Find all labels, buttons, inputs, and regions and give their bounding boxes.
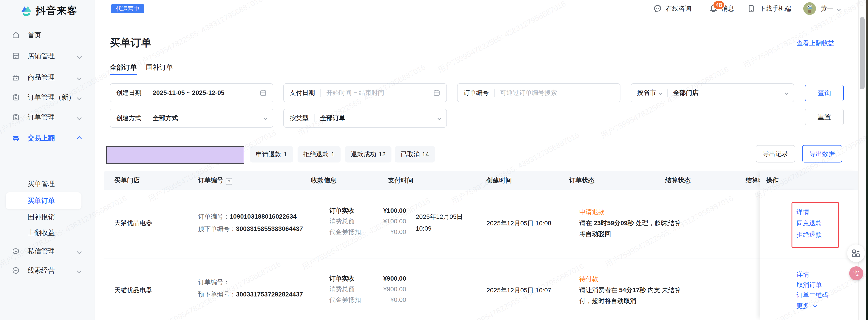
watermark: 用户7599547822565: 4383127956887016: [133, 0, 265, 71]
clipboard-icon: [12, 93, 20, 101]
chevron-down-icon: [78, 114, 81, 121]
col-header-settle-status: 结算状态: [665, 176, 691, 185]
page-title: 买单订单: [110, 36, 151, 50]
settle-time: -: [746, 286, 748, 293]
sidebar-subitem-bill-management[interactable]: 买单管理: [0, 175, 95, 192]
watermark: 用户7599547822565: 4383127956887016: [450, 130, 581, 206]
sidebar-item-lead-operation[interactable]: 线索经营: [0, 262, 95, 279]
filter-label: 支付日期: [290, 89, 315, 97]
watermark: 用户7599547822565: 4383127956887016: [599, 64, 731, 141]
widgets-sparkle-icon: [851, 248, 861, 258]
amount-label: 订单实收: [329, 206, 354, 215]
search-button[interactable]: 查询: [805, 85, 844, 101]
col-header-payment-info: 收款信息: [311, 176, 337, 185]
status-tab-refund-rejected[interactable]: 拒绝退款 1: [298, 146, 341, 162]
home-icon: [12, 31, 20, 39]
tab-all-orders[interactable]: 全部订单: [110, 63, 137, 72]
status-tab-cancelled[interactable]: 已取消 14: [395, 146, 435, 162]
action-detail[interactable]: 详情: [797, 270, 809, 279]
sidebar-item-order-management-new[interactable]: 订单管理（新）: [0, 89, 95, 105]
sidebar-item-trade-upturn[interactable]: 交易上翻: [0, 130, 95, 146]
sidebar-subitem-bill-orders-selected[interactable]: 买单订单: [6, 192, 82, 209]
chevron-down-icon: [78, 266, 81, 274]
sidebar-item-label: 线索经营: [28, 266, 55, 275]
order-type-filter[interactable]: 按类型 全部订单: [283, 108, 447, 128]
online-support[interactable]: 在线咨询: [653, 0, 691, 17]
status-tab-label: 申请退款: [256, 150, 281, 159]
action-more[interactable]: 更多: [797, 301, 816, 310]
download-mobile-app[interactable]: 下载手机端: [747, 0, 791, 17]
action-order-qrcode[interactable]: 订单二维码: [797, 291, 828, 300]
view-upturn-income-link[interactable]: 查看上翻收益: [797, 39, 835, 47]
row-divider: [104, 258, 859, 258]
amount-value: ¥100.00: [383, 207, 406, 214]
scrollbar-thumb[interactable]: [860, 17, 865, 89]
status-tab-refund-requested[interactable]: 申请退款 1: [250, 146, 293, 162]
desc-auto-action: 自动取消: [611, 297, 636, 305]
amount-value: ¥0.00: [390, 228, 406, 235]
translate-fab[interactable]: 中A: [849, 266, 863, 280]
row-divider: [760, 258, 859, 258]
sidebar-item-order-management[interactable]: 订单管理: [0, 109, 95, 125]
create-date-filter[interactable]: 创建日期 2025-11-05 ~ 2025-12-05: [110, 83, 273, 102]
col-header-settle-time-clipped: 结算时间: [746, 176, 761, 185]
watermark: 用户7599547822565: 4383127956887016: [151, 259, 283, 320]
chat-bubble-icon: [12, 247, 20, 255]
calendar-icon: [433, 89, 440, 97]
amount-value: ¥900.00: [383, 286, 406, 293]
sidebar-item-product-management[interactable]: 商品管理: [0, 69, 95, 86]
status-tab-refund-success[interactable]: 退款成功 12: [345, 146, 392, 162]
widget-panel-fab[interactable]: [847, 245, 865, 262]
sidebar-item-shop-management[interactable]: 店铺管理: [0, 48, 95, 64]
filter-label: 按类型: [290, 114, 309, 122]
col-header-order-number: 订单编号?: [198, 176, 232, 185]
order-number-value: 1090103188016022634: [230, 213, 297, 220]
divider: [320, 89, 321, 97]
pre-order-number-label: 预下单编号：: [198, 291, 236, 298]
agent-operation-badge[interactable]: 代运营中: [111, 4, 144, 13]
pre-order-number-value: 3003315855383064437: [236, 225, 303, 232]
action-more-label: 更多: [797, 302, 809, 309]
sidebar-item-home[interactable]: 首页: [0, 27, 95, 43]
chevron-down-icon: [78, 73, 81, 81]
desc-countdown: 54分17秒: [619, 287, 646, 293]
settle-status: 未结算: [662, 286, 681, 295]
sidebar-subitem-national-subsidy[interactable]: 国补报销: [0, 209, 95, 225]
filter-label: 创建方式: [116, 114, 142, 122]
help-icon[interactable]: ?: [226, 178, 232, 185]
amount-line-voucher: 代金券抵扣 ¥0.00: [329, 228, 406, 236]
order-status: 申请退款: [579, 208, 604, 216]
create-mode-filter[interactable]: 创建方式 全部方式: [110, 108, 273, 128]
app-logo[interactable]: 抖音来客: [20, 4, 78, 18]
chevron-down-icon: [785, 91, 788, 94]
sidebar-item-label: 订单管理（新）: [28, 93, 75, 102]
filter-label: 订单编号: [463, 89, 489, 97]
reset-button[interactable]: 重置: [805, 108, 844, 125]
tab-national-subsidy-orders[interactable]: 国补订单: [146, 63, 173, 72]
sidebar-subitem-upturn-income[interactable]: 上翻收益: [0, 224, 95, 241]
store-select-value: 全部门店: [673, 89, 699, 97]
order-status-desc: 请让消费者在 54分17秒 内支付，超时将自动取消: [579, 285, 668, 307]
pay-time: 2025年12月05日 10:09: [416, 211, 471, 234]
sidebar-item-private-message[interactable]: 私信管理: [0, 243, 95, 259]
status-tab-label: 已取消: [401, 150, 420, 159]
user-menu[interactable]: 黄一: [803, 0, 840, 17]
settle-status: 未结算: [662, 219, 681, 228]
action-cancel-order[interactable]: 取消订单: [797, 281, 822, 289]
filter-actions-divider: [795, 84, 795, 126]
messages-count-badge: 48: [713, 0, 725, 9]
divider: [494, 89, 495, 97]
export-records-button[interactable]: 导出记录: [756, 145, 795, 162]
chevron-down-icon: [814, 301, 816, 309]
sidebar-subitem-label: 买单订单: [28, 196, 55, 205]
desc-auto-action: 自动驳回: [586, 230, 611, 237]
create-mode-value: 全部方式: [153, 114, 178, 122]
amount-label: 消费总额: [329, 217, 354, 226]
divider: [314, 114, 314, 122]
order-number-filter[interactable]: 订单编号 可通过订单编号搜索: [457, 83, 620, 102]
order-number-label: 订单编号：: [198, 213, 230, 220]
province-store-filter[interactable]: 按省市 全部门店: [631, 83, 794, 102]
export-data-button[interactable]: 导出数据: [802, 145, 842, 162]
pay-date-filter[interactable]: 支付日期 开始时间 ~ 结束时间: [283, 83, 447, 102]
tab-divider: [104, 75, 859, 75]
